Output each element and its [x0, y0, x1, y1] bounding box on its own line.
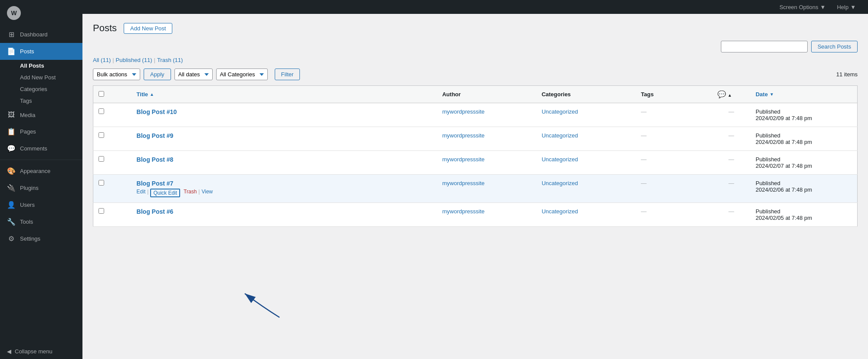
sidebar-subitem-all-posts[interactable]: All Posts: [20, 60, 82, 72]
category-link[interactable]: Uncategorized: [542, 208, 578, 215]
settings-icon: ⚙: [7, 235, 16, 243]
filter-published-link[interactable]: Published (11): [116, 57, 152, 63]
title-sort-link[interactable]: Title ▲: [137, 91, 432, 98]
category-link[interactable]: Uncategorized: [542, 156, 578, 163]
row-checkbox[interactable]: [99, 108, 104, 114]
post-title-link[interactable]: Blog Post #6: [137, 208, 174, 215]
content-area: Posts Add New Post Search Posts All (11)…: [82, 14, 868, 359]
post-title-link[interactable]: Blog Post #9: [137, 132, 174, 139]
row-date-cell: Published 2024/02/05 at 7:48 pm: [750, 203, 858, 227]
author-link[interactable]: mywordpresssite: [442, 180, 485, 186]
row-checkbox-cell: [93, 175, 132, 203]
row-checkbox[interactable]: [99, 132, 104, 138]
search-posts-input[interactable]: [721, 41, 808, 52]
row-checkbox-cell: [93, 203, 132, 227]
author-link[interactable]: mywordpresssite: [442, 108, 485, 115]
date-value: 2024/02/06 at 7:48 pm: [756, 186, 812, 193]
comments-value: —: [728, 180, 734, 186]
post7-title-link[interactable]: Blog Post #7: [137, 180, 174, 187]
search-bar: Search Posts: [93, 41, 858, 52]
dashboard-icon: ⊞: [7, 30, 16, 39]
sidebar-logo[interactable]: W: [0, 0, 82, 26]
row-author-cell: mywordpresssite: [437, 175, 536, 203]
sidebar-item-tools[interactable]: 🔧 Tools: [0, 213, 82, 230]
row-author-cell: mywordpresssite: [437, 103, 536, 127]
select-all-checkbox[interactable]: [99, 91, 104, 97]
filter-all-link[interactable]: All (11): [93, 57, 111, 63]
view-link-post7[interactable]: View: [201, 189, 213, 197]
sidebar-collapse-btn[interactable]: ◀ Collapse menu: [0, 344, 82, 359]
row-comments-cell: —: [712, 175, 750, 203]
comment-bubble-icon: 💬: [717, 91, 726, 98]
sidebar-subitem-add-new[interactable]: Add New Post: [20, 72, 82, 83]
sidebar-subitem-tags[interactable]: Tags: [20, 95, 82, 107]
author-link[interactable]: mywordpresssite: [442, 156, 485, 163]
sidebar-item-posts[interactable]: 📄 Posts: [0, 43, 82, 60]
help-label: Help: [837, 4, 848, 10]
row-date-cell: Published 2024/02/08 at 7:48 pm: [750, 127, 858, 151]
table-row: Blog Post #6 mywordpresssite Uncategoriz…: [93, 203, 858, 227]
author-link[interactable]: mywordpresssite: [442, 208, 485, 215]
screen-options-label: Screen Options: [779, 4, 819, 10]
categories-select[interactable]: All Categories: [216, 69, 268, 80]
sidebar-item-plugins[interactable]: 🔌 Plugins: [0, 180, 82, 196]
row-checkbox-cell: [93, 127, 132, 151]
date-sort-link[interactable]: Date ▼: [756, 91, 852, 98]
row-checkbox-cell: [93, 151, 132, 175]
items-count: 11 items: [836, 71, 858, 78]
sidebar-item-settings[interactable]: ⚙ Settings: [0, 230, 82, 247]
tags-value: —: [641, 180, 647, 186]
sidebar-item-dashboard[interactable]: ⊞ Dashboard: [0, 26, 82, 43]
row-checkbox[interactable]: [99, 156, 104, 162]
date-value: 2024/02/08 at 7:48 pm: [756, 139, 812, 145]
row-tags-cell: —: [636, 127, 712, 151]
select-all-header: [93, 86, 132, 103]
quick-edit-link-post7[interactable]: Quick Edit: [153, 190, 177, 196]
sidebar-subitem-categories[interactable]: Categories: [20, 83, 82, 95]
help-btn[interactable]: Help ▼: [833, 2, 859, 12]
sidebar-collapse-label: Collapse menu: [15, 348, 53, 355]
author-link[interactable]: mywordpresssite: [442, 132, 485, 139]
row-title-cell: Blog Post #8: [132, 151, 437, 175]
sidebar-item-media[interactable]: 🖼 Media: [0, 107, 82, 123]
table-head: Title ▲ Author Categories Tags: [93, 86, 858, 103]
sidebar-settings-label: Settings: [20, 235, 40, 242]
row-author-cell: mywordpresssite: [437, 203, 536, 227]
search-posts-button[interactable]: Search Posts: [811, 41, 858, 52]
category-link[interactable]: Uncategorized: [542, 132, 578, 139]
quick-edit-arrow-annotation: [223, 285, 293, 320]
row-author-cell: mywordpresssite: [437, 151, 536, 175]
filter-button[interactable]: Filter: [275, 69, 300, 80]
row-comments-cell: —: [712, 127, 750, 151]
screen-options-btn[interactable]: Screen Options ▼: [776, 2, 829, 12]
row-author-cell: mywordpresssite: [437, 127, 536, 151]
date-value: 2024/02/07 at 7:48 pm: [756, 163, 812, 169]
sidebar-item-pages[interactable]: 📋 Pages: [0, 123, 82, 140]
row-comments-cell: —: [712, 103, 750, 127]
row-checkbox[interactable]: [99, 208, 104, 214]
row-date-cell: Published 2024/02/09 at 7:48 pm: [750, 103, 858, 127]
row-date-cell: Published 2024/02/07 at 7:48 pm: [750, 151, 858, 175]
sidebar-item-appearance[interactable]: 🎨 Appearance: [0, 163, 82, 180]
add-new-post-button[interactable]: Add New Post: [124, 23, 172, 34]
tags-value: —: [641, 156, 647, 163]
author-header: Author: [437, 86, 536, 103]
edit-link-post7[interactable]: Edit: [137, 189, 146, 197]
row-title-cell: Blog Post #10: [132, 103, 437, 127]
category-link[interactable]: Uncategorized: [542, 108, 578, 115]
filter-trash-link[interactable]: Trash (11): [157, 57, 183, 63]
tags-value: —: [641, 132, 647, 139]
posts-table: Title ▲ Author Categories Tags: [93, 85, 858, 227]
post-title-link[interactable]: Blog Post #10: [137, 108, 177, 115]
row-checkbox[interactable]: [99, 180, 104, 186]
category-link[interactable]: Uncategorized: [542, 180, 578, 186]
row-tags-cell: —: [636, 203, 712, 227]
post-title-link[interactable]: Blog Post #8: [137, 156, 174, 163]
sidebar-item-comments[interactable]: 💬 Comments: [0, 140, 82, 157]
sidebar-item-users[interactable]: 👤 Users: [0, 196, 82, 213]
apply-button[interactable]: Apply: [144, 69, 171, 80]
dates-select[interactable]: All dates: [174, 69, 213, 80]
bulk-actions-select[interactable]: Bulk actions: [93, 69, 140, 80]
title-sort-asc-icon: ▲: [150, 92, 154, 97]
trash-link-post7[interactable]: Trash: [184, 189, 197, 197]
